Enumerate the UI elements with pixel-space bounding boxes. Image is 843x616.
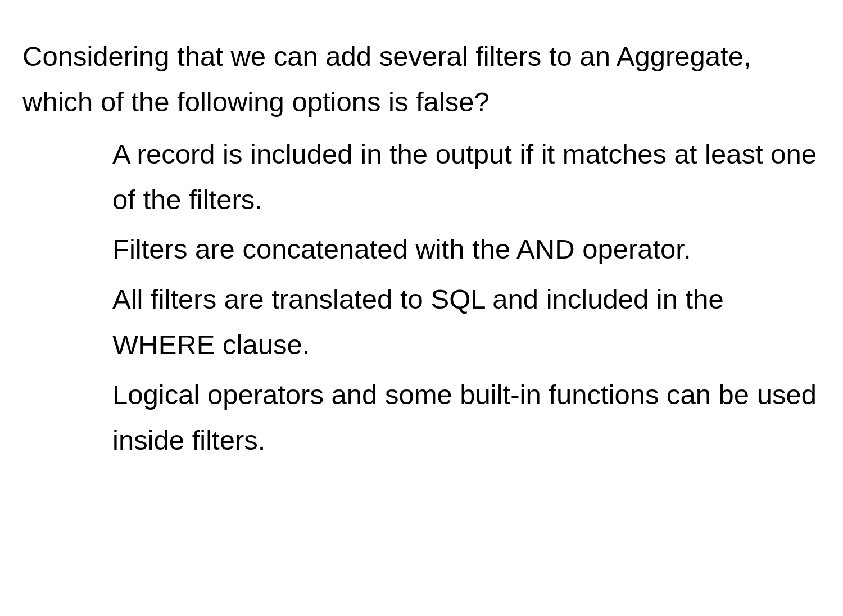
option-c: All filters are translated to SQL and in… — [112, 277, 821, 368]
option-a: A record is included in the output if it… — [112, 132, 821, 223]
question-text: Considering that we can add several filt… — [22, 34, 821, 125]
option-b: Filters are concatenated with the AND op… — [112, 227, 821, 272]
option-d: Logical operators and some built-in func… — [112, 372, 821, 463]
options-list: A record is included in the output if it… — [22, 132, 821, 463]
